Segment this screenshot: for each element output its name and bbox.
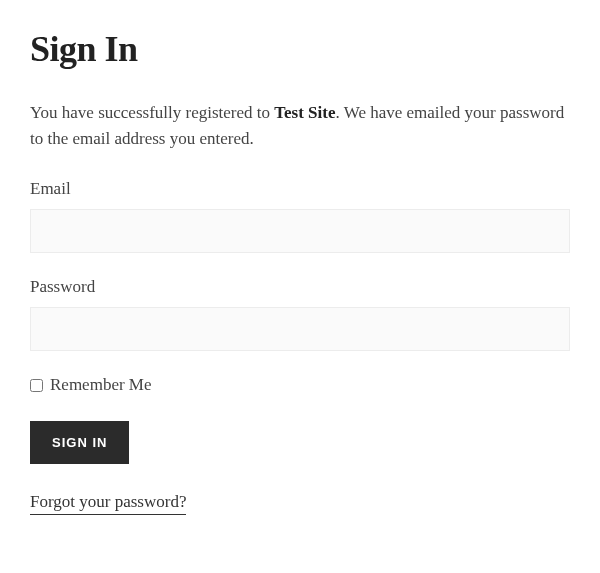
password-label: Password <box>30 277 570 297</box>
remember-label: Remember Me <box>50 375 152 395</box>
email-label: Email <box>30 179 570 199</box>
remember-checkbox[interactable] <box>30 379 43 392</box>
email-field[interactable] <box>30 209 570 253</box>
password-group: Password <box>30 277 570 351</box>
email-group: Email <box>30 179 570 253</box>
sign-in-button[interactable]: Sign In <box>30 421 129 464</box>
site-name: Test Site <box>274 103 335 122</box>
remember-group: Remember Me <box>30 375 570 395</box>
message-prefix: You have successfully registered to <box>30 103 274 122</box>
page-title: Sign In <box>30 28 570 70</box>
registration-message: You have successfully registered to Test… <box>30 100 570 151</box>
forgot-password-link[interactable]: Forgot your password? <box>30 492 186 515</box>
password-field[interactable] <box>30 307 570 351</box>
